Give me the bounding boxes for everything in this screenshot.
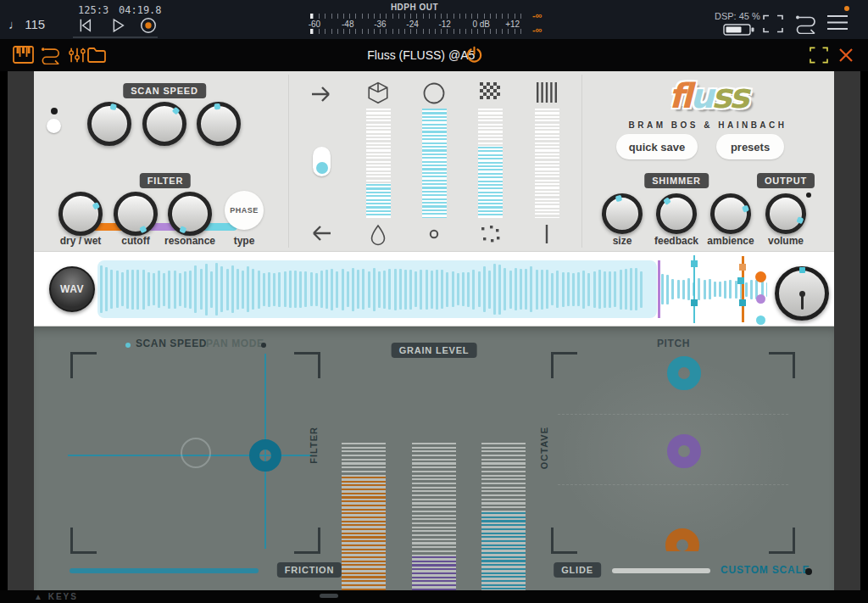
size-label: size [613,235,632,247]
volume-label: volume [768,235,804,247]
routing-button[interactable] [793,14,819,34]
logo-part: fl [669,76,690,115]
piano-icon [13,46,34,64]
grain-slider-2[interactable] [422,109,447,218]
grain-level-bar-purple[interactable] [412,443,456,603]
menu-button[interactable] [826,14,849,31]
tab-scan-speed[interactable]: SCAN SPEED [136,338,207,349]
divider [288,75,289,248]
custom-scale-button[interactable]: CUSTOM SCALE [721,564,810,576]
mode-dot-small[interactable] [51,108,58,114]
pitch-handle-teal[interactable] [667,356,701,390]
stripes-icon [535,81,559,103]
pitch-gridline [558,484,788,485]
record-button[interactable] [139,16,158,35]
friction-slider[interactable] [70,568,259,573]
hamburger-icon [826,14,849,31]
keyboard-panel-button[interactable] [13,46,34,64]
pitch-handle-purple[interactable] [667,434,701,468]
skip-to-start-icon [75,16,93,35]
feedback-label: feedback [654,235,698,247]
meter-tick-label: -36 [374,20,386,29]
scan-speed-knob-3[interactable] [197,102,241,146]
plugin-title: Fluss (FLUSS) @A5 [367,48,475,62]
routing-panel-button[interactable] [39,46,63,64]
meter-tick-label: -12 [438,20,450,29]
cyan-marker-handle[interactable] [691,299,698,306]
glide-slider[interactable] [612,568,710,573]
quick-save-button[interactable]: quick save [616,134,698,159]
plugin-fullscreen-button[interactable] [810,47,828,64]
toggle-thumb [316,162,328,174]
marker-handle[interactable] [739,299,746,306]
files-panel-button[interactable] [86,46,107,64]
plugin-close-button[interactable] [837,47,854,64]
grain-level-bar-orange[interactable] [342,443,386,603]
waveform-tail-region[interactable] [661,260,767,318]
scan-direction-back-button[interactable] [310,223,332,243]
meter-tick-label: 0 dB [472,20,490,29]
scrub-speed-knob[interactable] [775,266,829,321]
fluss-logo: fluss [627,76,788,115]
bottom-bar-handle[interactable] [320,594,338,598]
grain-slider-4[interactable] [535,109,559,218]
scan-direction-forward-button[interactable] [310,84,332,104]
meter-bar-left [310,14,521,19]
wav-load-button[interactable]: WAV [49,266,95,312]
fullscreen-button[interactable] [763,14,783,33]
pitch-gridline [558,414,788,415]
mixer-panel-button[interactable] [68,46,86,64]
filter-type-button[interactable]: PHASE [225,191,264,230]
orange-marker-handle[interactable] [739,264,746,271]
app-frame-left [8,71,34,590]
record-icon [139,16,158,35]
scan-speed-knob-2[interactable] [142,102,186,146]
bottom-bar: ▲ KEYS [0,590,868,603]
grain-level-badge: GRAIN LEVEL [392,343,477,358]
pitch-handle-orange-clip[interactable] [665,528,699,551]
shimmer-badge: SHIMMER [644,173,709,188]
dry-wet-label: dry / wet [60,235,102,247]
plugin-power-button[interactable] [465,45,484,64]
purple-marker-line[interactable] [658,260,660,318]
meter-tick-label: +12 [505,20,520,29]
waveform-selected-region[interactable] [97,260,657,318]
xy-pad-handle[interactable] [249,439,281,472]
presets-button[interactable]: presets [716,134,784,159]
routing-icon [793,14,819,34]
host-top-bar: ♩ 115 125:3 04:19.8 HDPH OUT -60 -48 -36… [0,0,868,39]
play-button[interactable] [108,16,126,35]
droplet-icon [368,224,388,246]
meter-tick-label: -60 [309,20,320,29]
dsp-load: DSP: 45 % [715,11,760,21]
ambience-knob[interactable] [710,193,751,234]
direction-toggle[interactable] [313,147,331,176]
scan-speed-knob-1[interactable] [87,102,131,146]
filter-badge: FILTER [140,173,191,188]
lower-panel: SCAN SPEED PAN MODE FILTER FRICTION GRAI… [34,327,834,590]
pad-corner [70,528,97,554]
grain-slider-1[interactable] [366,109,391,218]
keys-panel-toggle[interactable]: ▲ KEYS [34,592,78,601]
marker-handle[interactable] [737,277,744,284]
output-badge: OUTPUT [757,173,815,188]
resonance-knob[interactable] [168,192,212,236]
plugin-title-bar: Fluss (FLUSS) @A5 [0,39,868,71]
grain-select-dot-purple[interactable] [756,294,765,304]
skip-to-start-button[interactable] [75,16,93,35]
grain-level-bar-cyan[interactable] [481,443,526,603]
grain-select-dot-orange[interactable] [755,271,766,282]
grain-select-dot-cyan[interactable] [756,315,765,325]
cutoff-knob[interactable] [114,192,158,236]
tab-pan-mode[interactable]: PAN MODE [206,338,264,349]
feedback-knob[interactable] [656,193,697,234]
dry-wet-knob[interactable] [58,192,103,236]
size-knob[interactable] [602,193,643,234]
mode-dot-large[interactable] [47,119,61,133]
meter-bar-right [310,29,521,34]
volume-knob[interactable] [765,193,806,234]
cyan-marker-handle[interactable] [691,260,698,267]
grain-slider-3[interactable] [478,109,503,218]
tempo-display[interactable]: ♩ 115 [8,17,45,31]
resonance-label: resonance [164,235,215,247]
